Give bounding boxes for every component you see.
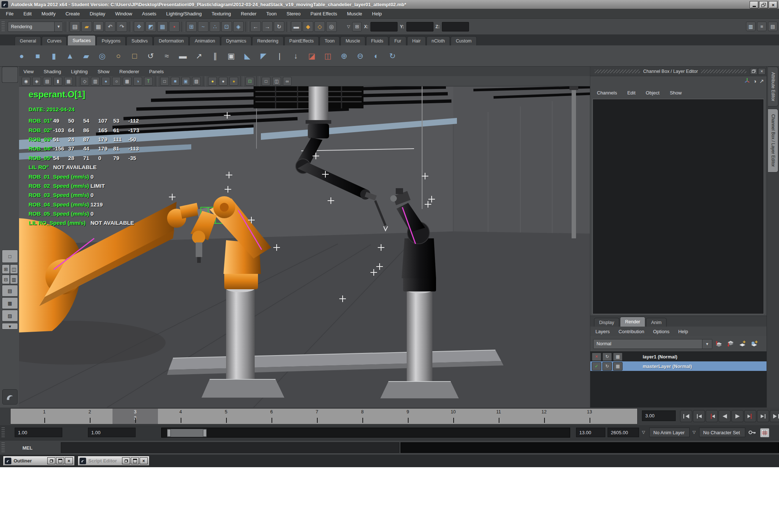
layer-renderable-toggle-icon[interactable]: ↻ bbox=[602, 362, 612, 371]
timeline-frame-cell[interactable]: 3 3 bbox=[112, 409, 158, 424]
nurbs-circle-icon[interactable]: ○ bbox=[111, 49, 125, 63]
menu-item[interactable]: Render bbox=[241, 11, 256, 16]
xyz-axis-icon[interactable] bbox=[744, 78, 750, 85]
close-window-button[interactable]: × bbox=[140, 457, 148, 464]
quick-layout-icon[interactable]: ⊞ bbox=[352, 22, 362, 31]
layer-editor-menu-item[interactable]: Contribution bbox=[619, 329, 644, 334]
layer-editor-tab[interactable]: Render bbox=[620, 317, 645, 327]
layer-editor-menu-item[interactable]: Options bbox=[653, 329, 669, 334]
maximize-window-button[interactable] bbox=[56, 457, 64, 464]
channel-list-area[interactable] bbox=[592, 99, 764, 314]
nurbs-cube-icon[interactable]: ■ bbox=[31, 49, 45, 63]
layout-persp-graph[interactable]: ▤ bbox=[2, 285, 18, 297]
timeline-frame-cell[interactable]: 13 bbox=[567, 409, 612, 424]
channel-box-toggle-icon[interactable]: ▥ bbox=[746, 22, 756, 31]
layer-visibility-toggle-icon[interactable]: ✓ bbox=[592, 362, 601, 371]
isolate-select-icon[interactable]: ⊡ bbox=[245, 77, 254, 86]
create-layer-assign-selected-icon[interactable] bbox=[749, 339, 759, 349]
shelf-tab[interactable]: General bbox=[15, 36, 41, 45]
create-empty-layer-icon[interactable] bbox=[737, 339, 747, 349]
maximize-window-button[interactable] bbox=[131, 457, 139, 464]
new-scene-icon[interactable]: ▤ bbox=[70, 21, 80, 32]
layer-options-icon[interactable]: ▦ bbox=[613, 362, 623, 371]
minimize-button[interactable] bbox=[750, 1, 758, 8]
tear-off-copy-icon[interactable]: ◫ bbox=[272, 77, 281, 86]
nurbs-plane-icon[interactable]: ▰ bbox=[79, 49, 93, 63]
step-back-key-button[interactable] bbox=[706, 410, 718, 422]
play-backwards-button[interactable] bbox=[719, 410, 731, 422]
toolbar-separator[interactable] bbox=[245, 22, 248, 32]
step-back-frame-button[interactable] bbox=[693, 410, 705, 422]
channel-box-menu-item[interactable]: Show bbox=[670, 90, 682, 96]
boundary-icon[interactable]: ▣ bbox=[224, 49, 238, 63]
panel-menu-item[interactable]: Show bbox=[97, 69, 110, 74]
two-sided-lighting-icon[interactable]: ● bbox=[229, 77, 238, 86]
range-slider-track[interactable] bbox=[161, 428, 570, 438]
y-coordinate-input[interactable] bbox=[406, 22, 433, 31]
shelf-tab[interactable]: Deformation bbox=[154, 36, 189, 45]
layout-persp-outliner[interactable]: ▥ bbox=[10, 275, 18, 284]
snap-to-view-planes-icon[interactable]: ⊡ bbox=[221, 21, 232, 32]
shelf-tab[interactable]: nCloth bbox=[427, 36, 450, 45]
loft-icon[interactable]: ≈ bbox=[160, 49, 174, 63]
layout-dropdown[interactable]: ▾ bbox=[2, 323, 18, 330]
film-gate-icon[interactable]: ▥ bbox=[91, 77, 100, 86]
shelf-tab[interactable]: Muscle bbox=[340, 36, 365, 45]
shelf-tab[interactable]: Dynamics bbox=[221, 36, 251, 45]
panel-menu-item[interactable]: Panels bbox=[149, 69, 164, 74]
shelf-tab[interactable]: Fluids bbox=[366, 36, 388, 45]
layer-row[interactable]: ✓ ↻ ▦ masterLayer (Normal) bbox=[590, 361, 767, 371]
layer-editor-menu-item[interactable]: Help bbox=[678, 329, 688, 334]
shelf-tab[interactable]: Subdivs bbox=[126, 36, 153, 45]
close-window-button[interactable]: × bbox=[65, 457, 73, 464]
nurbs-torus-icon[interactable]: ◎ bbox=[95, 49, 109, 63]
shelf-tab[interactable]: Hair bbox=[407, 36, 426, 45]
menu-item[interactable]: Display bbox=[90, 11, 106, 16]
channel-box-menu-item[interactable]: Object bbox=[646, 90, 660, 96]
playback-end-field[interactable]: 13.00 bbox=[576, 428, 605, 437]
menu-item[interactable]: Assets bbox=[142, 11, 156, 16]
save-scene-icon[interactable]: ▦ bbox=[93, 21, 104, 32]
bookmarks-icon[interactable]: ▮ bbox=[53, 77, 62, 86]
menu-item[interactable]: Help bbox=[372, 11, 382, 16]
layout-script-persp[interactable]: ▨ bbox=[2, 310, 18, 321]
nurbs-cylinder-icon[interactable]: ▮ bbox=[47, 49, 61, 63]
planar-icon[interactable]: ▬ bbox=[176, 49, 190, 63]
restore-window-button[interactable] bbox=[122, 457, 130, 464]
menu-item[interactable]: Muscle bbox=[347, 11, 362, 16]
tool-settings-toggle-icon[interactable]: ≡ bbox=[757, 22, 767, 31]
trim-tool-icon[interactable]: ◪ bbox=[305, 49, 319, 63]
untrim-icon[interactable]: ◫ bbox=[321, 49, 335, 63]
textured-mode-icon[interactable]: ▣ bbox=[181, 77, 190, 86]
toolbar-separator[interactable] bbox=[65, 22, 68, 32]
birail-icon[interactable]: ∥ bbox=[208, 49, 222, 63]
menu-item[interactable]: Create bbox=[66, 11, 80, 16]
detach-surfaces-icon[interactable]: ⊖ bbox=[353, 49, 367, 63]
rebuild-surface-icon[interactable]: ↻ bbox=[385, 49, 399, 63]
shelf-tab[interactable]: Rendering bbox=[252, 36, 284, 45]
channel-box-menu-item[interactable]: Channels bbox=[597, 90, 617, 96]
playback-start-field[interactable]: 1.00 bbox=[88, 428, 136, 437]
range-slider-handle[interactable] bbox=[167, 429, 207, 437]
title-bar[interactable]: Autodesk Maya 2012 x64 - Student Version… bbox=[0, 0, 779, 9]
timeline-frame-cell[interactable]: 4 bbox=[158, 409, 203, 424]
command-line-grip[interactable] bbox=[1, 442, 5, 453]
command-input[interactable] bbox=[61, 442, 399, 453]
layer-editor-toggle-icon[interactable]: ▤ bbox=[768, 22, 778, 31]
shelf-tab[interactable]: Curves bbox=[42, 36, 67, 45]
revolve-icon[interactable]: ↺ bbox=[144, 49, 158, 63]
pick-arrow-icon[interactable]: ↗ bbox=[759, 78, 764, 85]
select-by-hierarchy-icon[interactable]: ❖ bbox=[134, 21, 144, 32]
channel-box-menu-item[interactable]: Edit bbox=[627, 90, 635, 96]
command-language-toggle[interactable]: MEL bbox=[16, 445, 38, 451]
select-by-object-icon[interactable]: ◩ bbox=[145, 21, 156, 32]
chevron-down-icon[interactable]: ▽ bbox=[642, 430, 645, 435]
select-camera-icon[interactable]: ◉ bbox=[22, 77, 30, 86]
attach-surfaces-icon[interactable]: ⊕ bbox=[337, 49, 351, 63]
shaded-display-icon[interactable]: ● bbox=[101, 77, 110, 86]
time-slider[interactable]: 1 2 3 3 bbox=[10, 408, 638, 424]
menu-item[interactable]: Modify bbox=[41, 11, 55, 16]
render-current-frame-icon[interactable]: ◆ bbox=[303, 21, 313, 32]
shelf-tab[interactable]: Toon bbox=[320, 36, 340, 45]
smooth-shade-all-icon[interactable]: ■ bbox=[171, 77, 180, 86]
